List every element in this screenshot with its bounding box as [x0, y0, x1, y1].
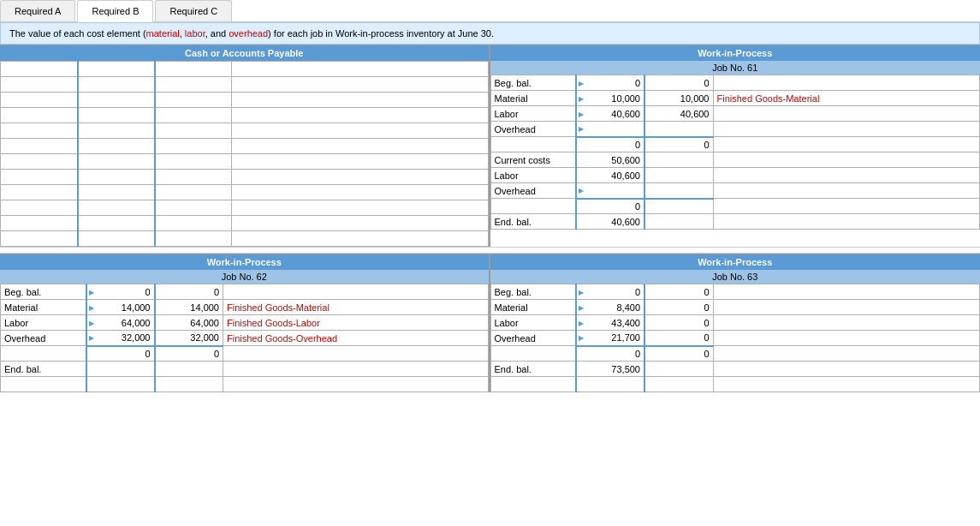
job61-subtitle: Job No. 61: [490, 61, 981, 75]
row-debit: 32,000: [86, 331, 155, 346]
cash-section: Cash or Accounts Payable: [0, 45, 490, 247]
table-row: [1, 170, 489, 185]
row-desc: [223, 377, 489, 392]
row-label: [1, 346, 86, 362]
row-label: [490, 346, 576, 362]
row-credit: [644, 152, 713, 168]
row-label: Overhead: [490, 122, 576, 137]
table-row: [1, 62, 489, 77]
row-label: Beg. bal.: [490, 75, 576, 91]
row-desc: Finished Goods-Labor: [223, 315, 489, 331]
row-desc: [713, 122, 980, 137]
table-row: [1, 154, 489, 170]
row-credit: [644, 362, 713, 377]
table-row: Labor 40,600: [490, 168, 980, 183]
row-desc: [223, 346, 489, 362]
row-credit: 0: [155, 346, 223, 362]
row-label: Material: [490, 300, 576, 315]
row-debit: 0: [576, 346, 644, 362]
row-label: Overhead: [490, 331, 576, 346]
highlight-overhead: overhead: [229, 28, 268, 39]
job61-title: Work-in-Process: [490, 45, 981, 61]
row-credit: [644, 199, 713, 214]
row-label: Material: [1, 300, 86, 315]
table-row: Beg. bal. 0 0: [1, 284, 489, 300]
table-row: [1, 139, 489, 154]
row-label: Labor: [490, 106, 576, 122]
table-row: 0 0: [490, 346, 980, 362]
info-bar: The value of each cost element (material…: [0, 22, 980, 45]
row-label: Material: [490, 91, 576, 106]
row-desc: [713, 315, 980, 331]
job62-title: Work-in-Process: [0, 254, 489, 270]
row-credit: 10,000: [644, 91, 713, 106]
row-credit: 0: [644, 346, 713, 362]
table-row: [1, 185, 489, 200]
row-debit: 40,600: [576, 106, 644, 122]
job62-section: Work-in-Process Job No. 62 Beg. bal. 0 0…: [0, 254, 490, 392]
table-row: End. bal. 73,500: [490, 362, 980, 377]
job63-section: Work-in-Process Job No. 63 Beg. bal. 0 0…: [490, 254, 981, 392]
tab-required-b[interactable]: Required B: [77, 0, 153, 22]
row-debit: 50,600: [576, 152, 644, 168]
row-desc: Finished Goods-Material: [223, 300, 489, 315]
row-debit: 0: [576, 75, 644, 91]
row-credit: 0: [644, 331, 713, 346]
job63-subtitle: Job No. 63: [490, 270, 981, 284]
row-debit: [576, 183, 644, 199]
table-row: Overhead: [490, 183, 980, 199]
row-label: Labor: [490, 315, 576, 331]
row-label: End. bal.: [1, 362, 86, 377]
table-row: 0 0: [490, 137, 980, 152]
job61-section: Work-in-Process Job No. 61 Beg. bal. 0 0: [490, 45, 981, 247]
row-debit: 73,500: [576, 362, 644, 377]
row-label: Current costs: [490, 152, 576, 168]
tabs-container: Required A Required B Required C: [0, 0, 980, 22]
row-debit: 10,000: [576, 91, 644, 106]
row-credit: 0: [644, 315, 713, 331]
row-label: Labor: [490, 168, 576, 183]
row-credit: 0: [644, 75, 713, 91]
tab-required-c[interactable]: Required C: [155, 0, 232, 21]
table-row: End. bal. 40,600: [490, 214, 980, 230]
row-credit: [155, 377, 223, 392]
table-row: Overhead: [490, 122, 980, 137]
row-desc: [713, 106, 980, 122]
row-debit: 14,000: [86, 300, 155, 315]
row-label: Beg. bal.: [490, 284, 576, 300]
job62-table: Beg. bal. 0 0 Material 14,000 14,000 Fin…: [0, 284, 489, 392]
row-desc: [713, 168, 980, 183]
row-label: [490, 199, 576, 214]
row-debit: 0: [576, 284, 644, 300]
table-row: Overhead 32,000 32,000 Finished Goods-Ov…: [1, 331, 489, 346]
row-debit: [576, 377, 644, 392]
table-row: Material 14,000 14,000 Finished Goods-Ma…: [1, 300, 489, 315]
table-row: Beg. bal. 0 0: [490, 284, 980, 300]
job61-table: Beg. bal. 0 0 Material 10,000 10,000 Fin…: [490, 75, 981, 230]
job63-title: Work-in-Process: [490, 254, 981, 270]
table-row: [1, 93, 489, 108]
row-desc: [713, 331, 980, 346]
row-credit: 64,000: [155, 315, 223, 331]
row-credit: [644, 183, 713, 199]
row-debit: [576, 122, 644, 137]
row-label: Labor: [1, 315, 86, 331]
row-desc: [713, 75, 980, 91]
row-debit: 40,600: [576, 214, 644, 230]
highlight-labor: labor: [185, 28, 205, 39]
row-desc: [713, 183, 980, 199]
row-label: [1, 377, 86, 392]
row-debit: 0: [576, 199, 644, 214]
row-debit: 0: [576, 137, 644, 152]
row-desc: [223, 362, 489, 377]
row-debit: 21,700: [576, 331, 644, 346]
cash-title: Cash or Accounts Payable: [0, 45, 489, 61]
table-row: [1, 200, 489, 216]
tab-required-a[interactable]: Required A: [0, 0, 75, 21]
row-debit: 0: [86, 346, 155, 362]
row-desc: [713, 362, 980, 377]
row-credit: 0: [644, 284, 713, 300]
spacer: [0, 247, 980, 254]
row-credit: 32,000: [155, 331, 223, 346]
row-debit: 64,000: [86, 315, 155, 331]
